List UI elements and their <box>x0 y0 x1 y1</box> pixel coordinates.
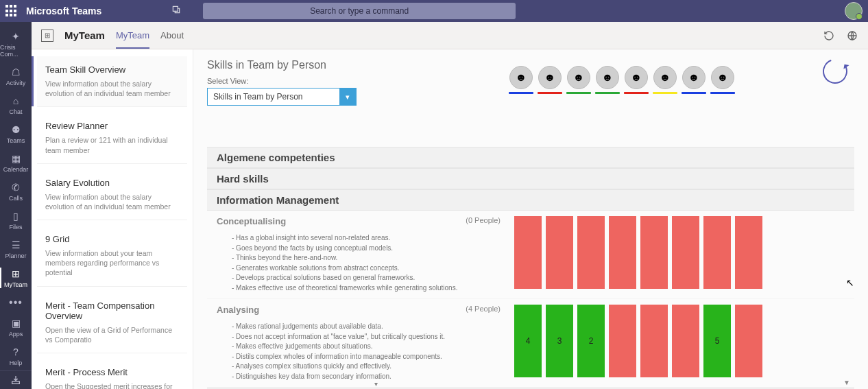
skill-cell[interactable]: 2 <box>577 305 605 377</box>
skill-cell[interactable] <box>514 216 542 289</box>
file-icon: ▯ <box>10 210 22 222</box>
skill-cell[interactable] <box>735 305 762 377</box>
skill-cell[interactable] <box>577 216 605 289</box>
svg-rect-0 <box>173 6 178 11</box>
skill-cell[interactable] <box>672 216 699 289</box>
calendar-icon: ▦ <box>10 152 22 165</box>
globe-icon[interactable] <box>846 30 858 42</box>
app-rail: ✦Crisis Com... ☖Activity ⌂Chat ⚉Teams ▦C… <box>0 22 32 389</box>
rail-more[interactable]: ••• <box>0 292 32 313</box>
svg-rect-1 <box>12 381 20 384</box>
grid-icon: ⊞ <box>10 268 22 280</box>
tab-about[interactable]: About <box>160 23 184 47</box>
section-infomgmt[interactable]: Information Management <box>207 189 854 211</box>
nav-9-grid[interactable]: 9 Grid View information about your team … <box>37 226 187 287</box>
rail-chat[interactable]: ⌂Chat <box>0 91 32 119</box>
app-header: ⊞ MyTeam MyTeam About <box>32 22 868 49</box>
people-icon: ⚉ <box>10 123 22 136</box>
skill-cell[interactable]: 5 <box>703 305 731 377</box>
select-label: Select View: <box>207 77 854 85</box>
rail-download[interactable] <box>0 370 32 389</box>
scroll-down-icon[interactable]: ▼ <box>843 379 850 386</box>
view-dropdown[interactable]: Skills in Team by Person ▾ <box>207 88 357 106</box>
nav-team-skill-overview[interactable]: Team Skill Overview View information abo… <box>37 56 187 107</box>
app-name: MyTeam <box>64 30 105 41</box>
skill-cell[interactable]: 4 <box>514 305 542 377</box>
planner-icon: ☰ <box>10 239 22 251</box>
ellipsis-icon: ••• <box>9 296 23 309</box>
main-panel: ☻ ☻ ☻ ☻ ☻ ☻ ☻ ☻ Skills in Team by Person… <box>193 49 868 389</box>
rail-myteam[interactable]: ⊞MyTeam <box>0 263 32 292</box>
rail-calls[interactable]: ✆Calls <box>0 177 32 206</box>
page-title: Skills in Team by Person <box>207 59 854 71</box>
skill-bullets: - Has a global insight into several non-… <box>217 233 514 293</box>
workspace: Team Skill Overview View information abo… <box>32 49 868 389</box>
apps-icon: ▣ <box>10 317 22 329</box>
rail-teams[interactable]: ⚉Teams <box>0 119 32 148</box>
nav-salary-evolution[interactable]: Salary Evolution View information about … <box>37 169 187 220</box>
skill-analysing: Analysing (4 People) - Makes rational ju… <box>207 299 854 388</box>
tab-myteam[interactable]: MyTeam <box>116 23 149 49</box>
side-nav[interactable]: Team Skill Overview View information abo… <box>32 49 193 389</box>
main-scroll[interactable]: Skills in Team by Person Select View: Sk… <box>193 49 868 389</box>
dropdown-value: Skills in Team by Person <box>208 89 339 105</box>
skill-cell[interactable] <box>672 305 699 377</box>
mouse-cursor-icon: ↖ <box>846 277 854 288</box>
rail-activity[interactable]: ☖Activity <box>0 62 32 91</box>
skill-cell[interactable] <box>735 216 762 289</box>
section-hardskills[interactable]: Hard skills <box>207 168 854 189</box>
skill-count: (4 People) <box>466 305 514 315</box>
bell-icon: ☖ <box>10 66 22 78</box>
expand-sidenav-icon[interactable]: ▾ <box>374 380 378 388</box>
rail-help[interactable]: ?Help <box>0 342 32 370</box>
current-user-avatar[interactable] <box>845 2 863 20</box>
skill-count: (0 People) <box>466 216 514 226</box>
section-algemene[interactable]: Algemene competenties <box>207 147 854 168</box>
megaphone-icon: ✦ <box>10 30 22 43</box>
rail-apps[interactable]: ▣Apps <box>0 313 32 342</box>
skill-label: Analysing <box>217 305 259 315</box>
skill-cells <box>514 216 854 293</box>
waffle-icon[interactable] <box>5 5 18 17</box>
skill-cell[interactable] <box>546 216 573 289</box>
skill-cells: 4 3 2 5 <box>514 305 854 381</box>
nav-merit-compensation[interactable]: Merit - Team Compensation Overview Open … <box>37 292 187 353</box>
rail-files[interactable]: ▯Files <box>0 206 32 235</box>
rail-crisis[interactable]: ✦Crisis Com... <box>0 26 32 62</box>
skill-cell[interactable] <box>609 216 636 289</box>
phone-icon: ✆ <box>10 181 22 193</box>
rail-calendar[interactable]: ▦Calendar <box>0 148 32 177</box>
skill-cell[interactable]: 3 <box>546 305 573 377</box>
nav-review-planner[interactable]: Review Planner Plan a review or 121 with… <box>37 113 187 163</box>
popout-icon[interactable] <box>171 5 181 17</box>
skill-conceptualising: Conceptualising (0 People) - Has a globa… <box>207 211 854 299</box>
skill-bullets: - Makes rational judgements about availa… <box>217 322 514 381</box>
teams-topbar: Microsoft Teams Search or type a command <box>0 0 868 22</box>
skill-cell[interactable] <box>640 216 668 289</box>
chat-icon: ⌂ <box>10 95 22 107</box>
help-icon: ? <box>10 346 22 358</box>
skill-cell[interactable] <box>609 305 636 377</box>
skill-cell[interactable] <box>640 305 668 377</box>
skill-cell[interactable] <box>703 216 731 289</box>
skill-label: Conceptualising <box>217 216 286 226</box>
search-input[interactable]: Search or type a command <box>203 3 516 19</box>
app-logo-icon: ⊞ <box>41 30 53 42</box>
nav-merit-process[interactable]: Merit - Process Merit Open the Suggested… <box>37 359 187 389</box>
rail-planner[interactable]: ☰Planner <box>0 235 32 263</box>
search-placeholder: Search or type a command <box>310 6 409 16</box>
reload-icon[interactable] <box>823 30 835 42</box>
brand-label: Microsoft Teams <box>26 5 101 16</box>
chevron-down-icon: ▾ <box>339 89 356 105</box>
